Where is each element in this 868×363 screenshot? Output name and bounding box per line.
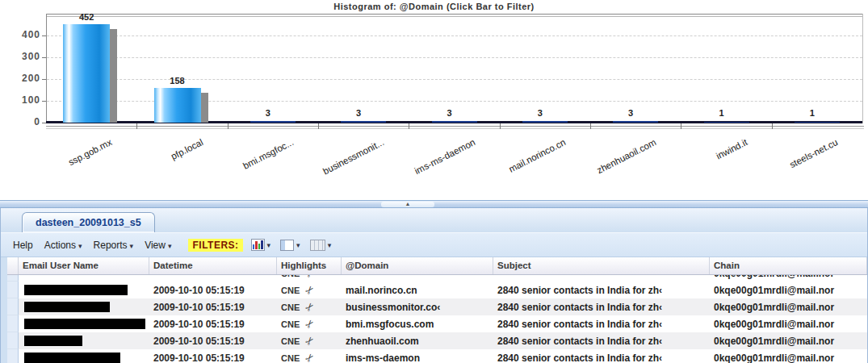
histogram-bar[interactable] [522, 121, 568, 123]
tab-dataset[interactable]: dasteen_20091013_s5 [22, 212, 155, 232]
bar-value-label: 1 [698, 108, 746, 118]
row-selector [7, 298, 19, 315]
y-tick-label: 0 [6, 116, 40, 127]
x-tick [318, 123, 319, 129]
list-filter-dropdown[interactable]: ▾ [280, 240, 300, 251]
table-row[interactable]: 2009-10-10 05:15:19CNE✂mail.norinco.cn28… [7, 282, 867, 298]
email-user-name-redacted [19, 319, 149, 329]
header-highlights[interactable]: Highlights [277, 257, 342, 274]
grid-filter-dropdown[interactable]: ▾ [310, 240, 332, 251]
bar-shadow [201, 93, 208, 123]
table-row[interactable]: 2009-10-10 05:15:19CNE✂businessmonitor.c… [7, 298, 867, 315]
plot-border-top-inner [46, 16, 862, 17]
table-row[interactable]: 2009-10-10 05:15:19CNE✂bmi.msgfocus.com2… [7, 315, 867, 332]
chain-cell: 0kqe00g01mrdli@mail.nor [710, 285, 867, 296]
highlight-code: CNE [281, 353, 300, 363]
histogram-bar[interactable] [795, 122, 840, 123]
highlights-cell: CNE✂ [277, 301, 342, 313]
x-tick [136, 123, 137, 129]
chain-cell: 0kqe00g01mrdli@mail.nor [710, 302, 867, 313]
histogram-bar[interactable] [432, 121, 477, 123]
partial-scrolled-row[interactable]: CNE✂ 0kqe00g01mrdli@mail.nor [7, 275, 867, 282]
histogram-bar[interactable] [250, 121, 296, 123]
redaction-bar [24, 336, 82, 346]
highlights-cell: CNE✂ [277, 284, 342, 296]
bar-value-label: 3 [244, 108, 292, 118]
filters-label[interactable]: FILTERS: [188, 239, 242, 252]
menu-actions[interactable]: Actions▾ [39, 238, 88, 252]
histogram-bar[interactable] [154, 88, 201, 123]
datetime-cell: 2009-10-10 05:15:19 [149, 302, 277, 313]
header-domain[interactable]: @Domain [342, 257, 493, 274]
datetime-cell: 2009-10-10 05:15:19 [149, 353, 277, 363]
bar-chart-icon [251, 239, 265, 251]
y-tick-label: 400 [6, 29, 40, 40]
subject-cell: 2840 senior contacts in India for zh‹ [493, 285, 710, 296]
chevron-down-icon: ▾ [168, 242, 172, 250]
x-tick [500, 123, 501, 129]
row-selector [7, 349, 19, 363]
header-subject[interactable]: Subject [493, 257, 710, 274]
histogram-bar[interactable] [63, 24, 110, 123]
table-body: 2009-10-10 05:15:19CNE✂mail.norinco.cn28… [7, 282, 867, 363]
scissors-icon: ✂ [302, 335, 317, 347]
x-tick [228, 123, 229, 129]
email-user-name-redacted [19, 302, 149, 312]
header-chain[interactable]: Chain [710, 257, 867, 274]
highlight-code: CNE [281, 302, 300, 312]
bar-value-label: 3 [606, 108, 655, 118]
histogram-filter-dropdown[interactable]: ▾ [251, 239, 271, 251]
y-tick-label: 300 [6, 51, 40, 62]
subject-cell: 2840 senior contacts in India for zh‹ [493, 319, 710, 330]
menu-reports[interactable]: Reports▾ [88, 238, 140, 252]
highlight-code: CNE [281, 319, 300, 329]
scissors-icon: ✂ [302, 318, 317, 330]
results-panel: dasteen_20091013_s5 Help Actions▾ Report… [0, 208, 868, 363]
datetime-cell: 2009-10-10 05:15:19 [149, 336, 277, 347]
scissors-icon: ✂ [302, 284, 317, 296]
y-tick [42, 35, 46, 36]
horizontal-splitter[interactable]: ▲ [0, 200, 868, 208]
highlights-cell: CNE✂ [277, 352, 342, 363]
subject-cell: 2840 senior contacts in India for zh‹ [493, 336, 710, 347]
data-grid: Email User Name Datetime Highlights @Dom… [1, 257, 867, 363]
header-selector [7, 257, 19, 274]
chevron-down-icon: ▾ [296, 241, 300, 249]
tab-label: dasteen_20091013_s5 [36, 217, 141, 228]
bar-value-label: 452 [62, 12, 111, 22]
menu-bar: Help Actions▾ Reports▾ View▾ FILTERS: ▾ … [1, 233, 867, 257]
header-datetime[interactable]: Datetime [149, 257, 277, 274]
gridline [47, 57, 862, 58]
histogram-bar[interactable] [704, 122, 749, 123]
domain-cell: zhenhuaoil.com [342, 336, 493, 347]
highlight-code: CNE [281, 286, 300, 295]
datetime-cell: 2009-10-10 05:15:19 [149, 319, 277, 330]
y-axis-line [46, 14, 47, 123]
table-row[interactable]: 2009-10-10 05:15:19CNE✂ims-ms-daemon2840… [7, 349, 867, 363]
subject-cell: 2840 senior contacts in India for zh‹ [493, 302, 710, 313]
list-icon [280, 240, 294, 251]
menu-view[interactable]: View▾ [139, 238, 177, 252]
redaction-bar [24, 319, 145, 329]
y-tick [42, 79, 46, 80]
chain-cell: 0kqe00g01mrdli@mail.nor [710, 353, 867, 363]
header-email-user-name[interactable]: Email User Name [19, 257, 149, 274]
bar-shadow [110, 29, 117, 123]
chevron-down-icon: ▾ [328, 241, 332, 249]
plot-border-top [46, 14, 862, 15]
histogram-bar[interactable] [613, 121, 658, 123]
x-tick [681, 123, 681, 129]
y-tick-label: 200 [6, 73, 40, 84]
y-tick-label: 100 [6, 94, 40, 106]
table-row[interactable]: 2009-10-10 05:15:19CNE✂zhenhuaoil.com284… [7, 332, 867, 349]
histogram-bar[interactable] [341, 121, 386, 123]
chain-cell: 0kqe00g01mrdli@mail.nor [710, 336, 867, 347]
x-tick [409, 123, 409, 129]
y-tick [42, 57, 46, 58]
subject-cell: 2840 senior contacts in India for zh‹ [493, 353, 710, 363]
menu-help[interactable]: Help [7, 238, 39, 252]
domain-cell: ims-ms-daemon [342, 353, 493, 363]
splitter-handle[interactable]: ▲ [381, 202, 434, 207]
histogram-panel: Histogram of: @Domain (Click Bar to Filt… [0, 0, 868, 200]
x-tick [772, 123, 773, 129]
